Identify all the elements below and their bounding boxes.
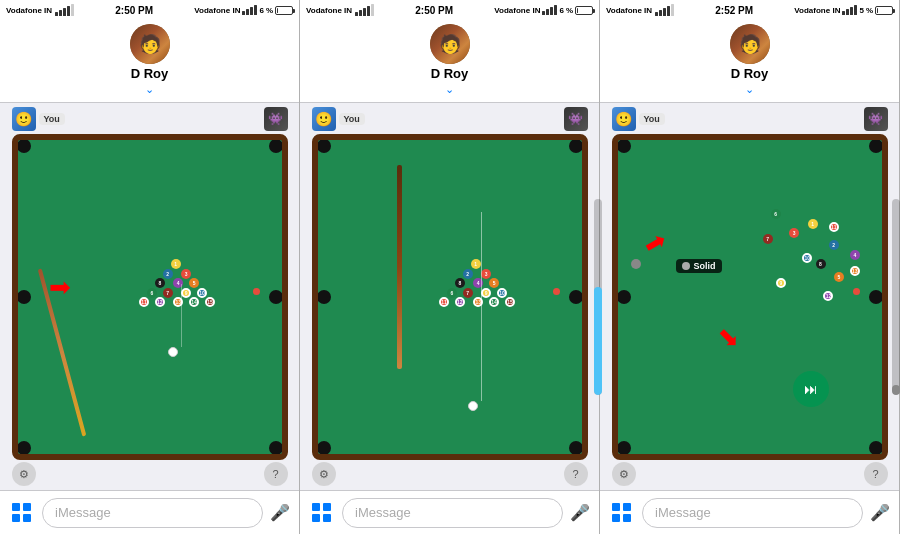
settings-btn-3[interactable]: ⚙ xyxy=(612,462,636,486)
game-area-1: 🙂 You 👾 1 2 3 xyxy=(0,103,299,490)
ball-15-p1: 15 xyxy=(205,297,215,307)
pool-table-2: 1 2 3 8 4 5 6 7 9 10 11 12 13 14 15 xyxy=(312,134,588,460)
red-ball-2 xyxy=(553,288,560,295)
game-controls-2: ⚙ ? xyxy=(312,460,588,488)
pool-table-wrapper-2: 1 2 3 8 4 5 6 7 9 10 11 12 13 14 15 xyxy=(312,134,588,460)
chat-input-bar-2: iMessage 🎤 xyxy=(300,490,599,534)
avatar-img-3: 🧑 xyxy=(730,24,770,64)
you-label-2: You xyxy=(339,113,365,125)
ball-9-p3: 9 xyxy=(776,278,786,288)
ball-5-p3: 5 xyxy=(834,272,844,282)
pocket-br-3 xyxy=(869,441,883,455)
status-right-3: Vodafone IN 5 % xyxy=(794,5,893,15)
carrier2-3: Vodafone IN xyxy=(794,6,840,15)
time-1: 2:50 PM xyxy=(115,5,153,16)
ball-8-p3: 8 xyxy=(816,259,826,269)
chevron-down-2[interactable]: ⌄ xyxy=(445,83,454,96)
battery-fill-3 xyxy=(877,8,878,13)
panel-2: Vodafone IN 2:50 PM Vodafone IN 6 % xyxy=(300,0,600,534)
battery-icon-2 xyxy=(575,6,593,15)
message-input-3[interactable]: iMessage xyxy=(642,498,863,528)
solid-badge-3: Solid xyxy=(676,259,722,273)
ball-1-p3: 1 xyxy=(808,219,818,229)
opp-avatar-1: 👾 xyxy=(264,107,288,131)
pool-table-wrapper-1: 1 2 3 8 4 5 6 7 9 10 11 12 13 14 15 xyxy=(12,134,288,460)
signal-2 xyxy=(355,4,374,16)
opp-avatar-2: 👾 xyxy=(564,107,588,131)
arrow-1: ➡ xyxy=(49,272,71,303)
message-input-1[interactable]: iMessage xyxy=(42,498,263,528)
play-pause-btn-3[interactable]: ⏭ xyxy=(793,371,829,407)
felt-3 xyxy=(618,140,882,454)
pocket-mr-2 xyxy=(569,290,583,304)
message-input-2[interactable]: iMessage xyxy=(342,498,563,528)
help-btn-1[interactable]: ? xyxy=(264,462,288,486)
panel-3: Vodafone IN 2:52 PM Vodafone IN 5 % xyxy=(600,0,900,534)
chevron-down-3[interactable]: ⌄ xyxy=(745,83,754,96)
battery-pct-2: 6 xyxy=(559,6,563,15)
mic-icon-1[interactable]: 🎤 xyxy=(269,502,291,524)
help-btn-2[interactable]: ? xyxy=(564,462,588,486)
ball-2-p1: 2 xyxy=(163,269,173,279)
signal-3 xyxy=(655,4,674,16)
pocket-bl-3 xyxy=(617,441,631,455)
pocket-br-2 xyxy=(569,441,583,455)
ball-12-p1: 12 xyxy=(155,297,165,307)
avatar-3: 🧑 xyxy=(730,24,770,64)
help-btn-3[interactable]: ? xyxy=(864,462,888,486)
red-ball-3 xyxy=(853,288,860,295)
chat-header-1: 🧑 D Roy ⌄ xyxy=(0,20,299,103)
solid-circle-3 xyxy=(682,262,690,270)
opp-avatar-3: 👾 xyxy=(864,107,888,131)
ball-9-p2: 9 xyxy=(481,288,491,298)
aim-line-1 xyxy=(181,284,182,347)
avatar-2: 🧑 xyxy=(430,24,470,64)
chat-header-3: 🧑 D Roy ⌄ xyxy=(600,20,899,103)
avatar-img-1: 🧑 xyxy=(130,24,170,64)
you-avatar-3: 🙂 xyxy=(612,107,636,131)
pocket-ml-2 xyxy=(317,290,331,304)
red-ball-1 xyxy=(253,288,260,295)
pocket-tl-2 xyxy=(317,139,331,153)
chat-input-bar-1: iMessage 🎤 xyxy=(0,490,299,534)
ball-11-p2: 11 xyxy=(439,297,449,307)
mic-icon-2[interactable]: 🎤 xyxy=(569,502,591,524)
status-right-1: Vodafone IN 6 % xyxy=(194,5,293,15)
battery-pct-3: 5 xyxy=(859,6,863,15)
ball-1-p2: 1 xyxy=(471,259,481,269)
settings-btn-1[interactable]: ⚙ xyxy=(12,462,36,486)
cueball-2 xyxy=(468,401,478,411)
battery-icon-1 xyxy=(275,6,293,15)
player-you-3: 🙂 You xyxy=(612,107,665,131)
time-2: 2:50 PM xyxy=(415,5,453,16)
you-label-1: You xyxy=(39,113,65,125)
pocket-br-1 xyxy=(269,441,283,455)
ball-15-p2: 15 xyxy=(505,297,515,307)
player-you-2: 🙂 You xyxy=(312,107,365,131)
chat-input-bar-3: iMessage 🎤 xyxy=(600,490,899,534)
game-area-2: 🙂 You 👾 1 2 3 8 4 5 xyxy=(300,103,599,490)
signal-1 xyxy=(55,4,74,16)
apps-icon-3[interactable] xyxy=(608,499,636,527)
contact-name-2: D Roy xyxy=(431,66,469,81)
mic-icon-3[interactable]: 🎤 xyxy=(869,502,891,524)
apps-icon-2[interactable] xyxy=(308,499,336,527)
chevron-down-1[interactable]: ⌄ xyxy=(145,83,154,96)
pocket-bl-2 xyxy=(317,441,331,455)
ball-10-p2: 10 xyxy=(497,288,507,298)
ball-3-p1: 3 xyxy=(181,269,191,279)
apps-icon-1[interactable] xyxy=(8,499,36,527)
ball-11-p1: 11 xyxy=(139,297,149,307)
you-label-3: You xyxy=(639,113,665,125)
ball-2-p2: 2 xyxy=(463,269,473,279)
player-opp-3: 👾 xyxy=(864,107,888,131)
aim-line-2 xyxy=(481,212,482,400)
status-bar-1: Vodafone IN 2:50 PM Vodafone IN 6 % xyxy=(0,0,299,20)
solid-label-3: Solid xyxy=(694,261,716,271)
player-row-2: 🙂 You 👾 xyxy=(312,107,588,131)
settings-btn-2[interactable]: ⚙ xyxy=(312,462,336,486)
player-opp-1: 👾 xyxy=(264,107,288,131)
chat-header-2: 🧑 D Roy ⌄ xyxy=(300,20,599,103)
power-fill-2 xyxy=(594,287,602,395)
pocket-mr-1 xyxy=(269,290,283,304)
